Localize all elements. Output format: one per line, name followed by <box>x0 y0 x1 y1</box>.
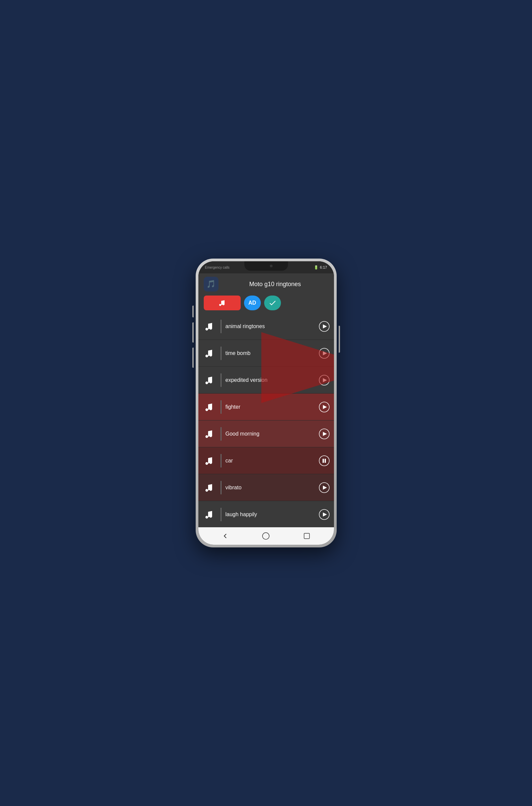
list-item[interactable]: Good morning <box>198 420 334 447</box>
check-icon <box>268 299 277 307</box>
phone-frame: Emergency calls 🔋 6:17 🎵 Moto g10 ringto… <box>196 259 337 547</box>
song-title: laugh happily <box>226 511 319 518</box>
song-title: vibrato <box>226 485 319 491</box>
list-item[interactable]: laugh happily <box>198 501 334 527</box>
pause-button[interactable] <box>319 455 330 467</box>
svg-marker-2 <box>323 324 327 329</box>
app-icon: 🎵 <box>204 277 218 292</box>
phone-screen: Emergency calls 🔋 6:17 🎵 Moto g10 ringto… <box>198 261 334 545</box>
song-title: expedited version <box>226 377 319 383</box>
music-note-icon <box>203 454 216 468</box>
tab-ad[interactable]: AD <box>244 296 261 310</box>
home-button[interactable] <box>260 530 272 542</box>
song-list: animal ringtones time bomb <box>198 313 334 527</box>
status-bar: Emergency calls 🔋 6:17 <box>198 261 334 274</box>
app-title: Moto g10 ringtones <box>222 281 328 288</box>
divider <box>221 508 222 521</box>
svg-rect-12 <box>323 459 324 463</box>
play-button[interactable] <box>319 348 330 359</box>
music-tab-icon <box>217 298 227 307</box>
emergency-label: Emergency calls <box>205 266 230 269</box>
list-item[interactable]: vibrato <box>198 474 334 501</box>
svg-rect-21 <box>304 533 309 539</box>
tab-check[interactable] <box>264 296 281 310</box>
divider <box>221 427 222 441</box>
svg-point-20 <box>263 532 269 539</box>
song-title: time bomb <box>226 350 319 356</box>
music-note-icon <box>203 481 216 495</box>
app-header: 🎵 Moto g10 ringtones <box>198 274 334 294</box>
music-note-icon <box>203 346 216 360</box>
song-title: car <box>226 458 319 464</box>
music-note-icon <box>203 319 216 334</box>
battery-icon: 🔋 <box>314 265 319 270</box>
status-right: 🔋 6:17 <box>314 265 327 270</box>
music-note-icon <box>203 373 216 387</box>
list-item[interactable]: animal ringtones <box>198 313 334 340</box>
svg-marker-17 <box>323 512 327 517</box>
play-button[interactable] <box>319 509 330 520</box>
tab-bar: AD <box>198 294 334 313</box>
divider <box>221 373 222 387</box>
music-note-icon <box>203 400 216 414</box>
play-button[interactable] <box>319 374 330 386</box>
svg-marker-15 <box>323 486 327 490</box>
tab-music[interactable] <box>204 296 241 310</box>
song-title: Good morning <box>226 431 319 437</box>
divider <box>221 400 222 414</box>
list-item[interactable]: car <box>198 447 334 474</box>
svg-marker-8 <box>323 405 327 409</box>
divider <box>221 481 222 494</box>
ad-label: AD <box>248 300 256 306</box>
play-button[interactable] <box>319 401 330 413</box>
svg-marker-4 <box>323 351 327 355</box>
song-title: animal ringtones <box>226 323 319 330</box>
nav-bar <box>198 527 334 545</box>
notch <box>244 261 288 271</box>
svg-marker-6 <box>323 378 327 382</box>
divider <box>221 320 222 333</box>
svg-rect-13 <box>325 459 326 463</box>
svg-marker-10 <box>323 432 327 436</box>
play-button[interactable] <box>319 428 330 439</box>
notch-dot <box>270 265 272 267</box>
play-button[interactable] <box>319 321 330 332</box>
music-note-icon <box>203 507 216 522</box>
divider <box>221 346 222 360</box>
back-button[interactable] <box>219 530 231 542</box>
recents-button[interactable] <box>301 530 313 542</box>
play-button[interactable] <box>319 482 330 493</box>
time-display: 6:17 <box>320 265 327 269</box>
svg-point-11 <box>319 456 329 466</box>
list-item[interactable]: expedited version <box>198 367 334 394</box>
list-item[interactable]: time bomb <box>198 340 334 367</box>
song-title: fighter <box>226 404 319 410</box>
list-item[interactable]: fighter <box>198 394 334 420</box>
divider <box>221 454 222 468</box>
music-note-icon <box>203 427 216 441</box>
